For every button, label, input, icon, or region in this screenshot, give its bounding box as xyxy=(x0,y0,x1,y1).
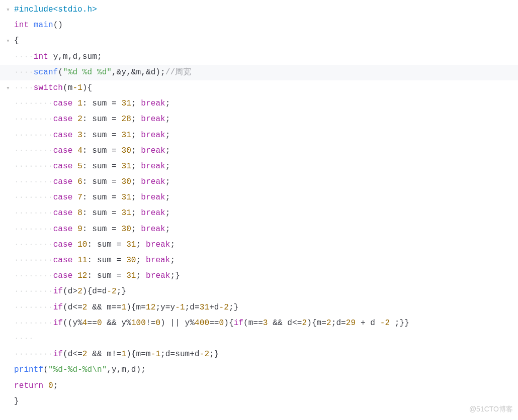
code-content: ········case 5: sum = 31; break; xyxy=(14,159,518,174)
code-content: { xyxy=(14,33,518,49)
code-line: ········case 8: sum = 31; break; xyxy=(0,205,518,221)
code-line: ········case 4: sum = 30; break; xyxy=(0,143,518,159)
code-line: ········case 10: sum = 31; break; xyxy=(0,237,518,253)
code-line: ▾{ xyxy=(0,33,518,49)
code-content: return 0; xyxy=(14,378,518,394)
code-block: ▾#include<stdio.h>int main()▾{····int y,… xyxy=(0,0,518,409)
code-line: ···· xyxy=(0,331,518,347)
code-line: ▾#include<stdio.h> xyxy=(0,2,518,18)
code-line: printf("%d-%d-%d\n",y,m,d); xyxy=(0,362,518,378)
code-line: ········case 2: sum = 28; break; xyxy=(0,112,518,127)
code-content: ········case 8: sum = 31; break; xyxy=(14,205,518,221)
code-content: #include<stdio.h> xyxy=(14,2,518,18)
code-content: ········if((y%4==0 && y%100!=0) || y%400… xyxy=(14,316,518,331)
code-line: int main() xyxy=(0,18,518,33)
code-line: ········case 5: sum = 31; break; xyxy=(0,159,518,174)
code-line: ········case 6: sum = 30; break; xyxy=(0,174,518,190)
code-line: ▾····switch(m-1){ xyxy=(0,80,518,96)
code-content: ···· xyxy=(14,331,518,347)
code-line: ········case 1: sum = 31; break; xyxy=(0,96,518,112)
code-content: ········case 12: sum = 31; break;} xyxy=(14,268,518,284)
code-content: ········if(d>2){d=d-2;} xyxy=(14,284,518,299)
code-content: ········case 2: sum = 28; break; xyxy=(14,112,518,127)
fold-gutter-icon[interactable]: ▾ xyxy=(2,33,14,49)
code-line: ········if((y%4==0 && y%100!=0) || y%400… xyxy=(0,316,518,331)
code-content: ····switch(m-1){ xyxy=(14,80,518,96)
code-line: } xyxy=(0,394,518,409)
code-content: ····int y,m,d,sum; xyxy=(14,49,518,65)
code-content: ········case 7: sum = 31; break; xyxy=(14,190,518,205)
code-content: int main() xyxy=(14,18,518,33)
code-line: ········if(d<=2 && m==1){m=12;y=y-1;d=31… xyxy=(0,300,518,316)
code-content: ····scanf("%d %d %d",&y,&m,&d);//周宽 xyxy=(14,65,518,80)
watermark: @51CTO博客 xyxy=(469,402,513,416)
code-content: ········case 1: sum = 31; break; xyxy=(14,96,518,112)
code-content: ········case 9: sum = 30; break; xyxy=(14,222,518,237)
code-line: ········case 3: sum = 31; break; xyxy=(0,128,518,143)
code-content: ········case 4: sum = 30; break; xyxy=(14,143,518,159)
code-content: ········case 10: sum = 31; break; xyxy=(14,237,518,253)
code-content: ········case 11: sum = 30; break; xyxy=(14,253,518,268)
code-content: } xyxy=(14,394,518,409)
code-line: ········case 7: sum = 31; break; xyxy=(0,190,518,205)
code-line: ········case 9: sum = 30; break; xyxy=(0,222,518,237)
code-line: ········case 11: sum = 30; break; xyxy=(0,253,518,268)
code-line: ········case 12: sum = 31; break;} xyxy=(0,268,518,284)
code-line: ····int y,m,d,sum; xyxy=(0,49,518,65)
code-content: ········case 6: sum = 30; break; xyxy=(14,174,518,190)
code-line: return 0; xyxy=(0,378,518,394)
fold-gutter-icon[interactable]: ▾ xyxy=(2,80,14,96)
code-content: ········if(d<=2 && m!=1){m=m-1;d=sum+d-2… xyxy=(14,347,518,362)
code-line: ········if(d<=2 && m!=1){m=m-1;d=sum+d-2… xyxy=(0,347,518,362)
fold-gutter-icon[interactable]: ▾ xyxy=(2,2,14,18)
code-content: ········case 3: sum = 31; break; xyxy=(14,128,518,143)
code-content: printf("%d-%d-%d\n",y,m,d); xyxy=(14,362,518,378)
code-content: ········if(d<=2 && m==1){m=12;y=y-1;d=31… xyxy=(14,300,518,316)
code-line: ········if(d>2){d=d-2;} xyxy=(0,284,518,299)
code-line: ····scanf("%d %d %d",&y,&m,&d);//周宽 xyxy=(0,65,518,80)
